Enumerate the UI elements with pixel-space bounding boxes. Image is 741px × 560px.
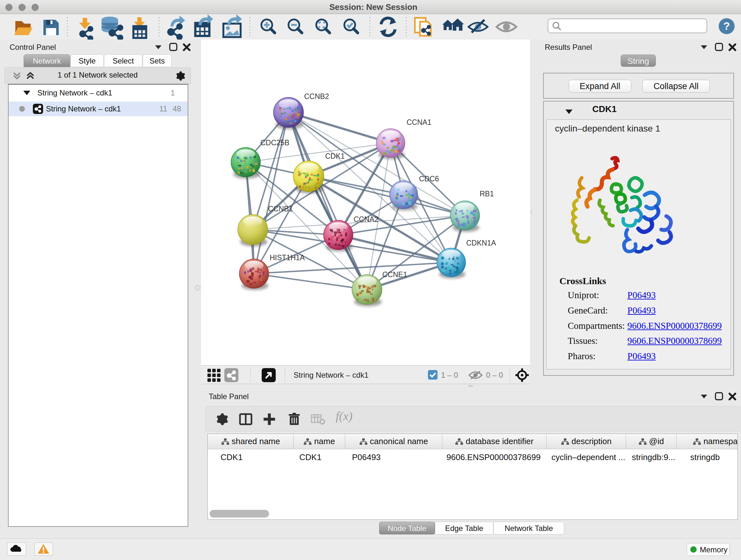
svg-text:CCNB2: CCNB2 xyxy=(304,92,329,101)
svg-text:CCNA1: CCNA1 xyxy=(407,118,431,126)
svg-text:CDK1: CDK1 xyxy=(325,152,345,160)
svg-text:?: ? xyxy=(724,20,730,32)
svg-text:CCNA2: CCNA2 xyxy=(354,215,379,224)
svg-text:RB1: RB1 xyxy=(480,190,494,198)
svg-text:CDC6: CDC6 xyxy=(419,175,439,183)
svg-text:CDKN1A: CDKN1A xyxy=(466,239,496,247)
svg-text:CDC25B: CDC25B xyxy=(260,138,289,147)
svg-text:CCNB1: CCNB1 xyxy=(268,205,293,213)
svg-text:CCNE1: CCNE1 xyxy=(382,270,407,279)
svg-text:HIST1H1A: HIST1H1A xyxy=(270,253,305,262)
